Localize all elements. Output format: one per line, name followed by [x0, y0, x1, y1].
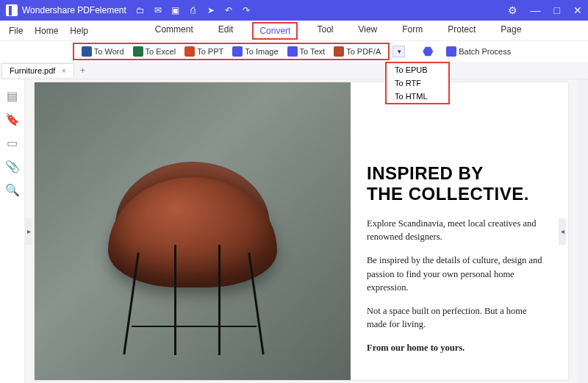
to-epub-label: To EPUB [395, 65, 428, 74]
batch-icon [446, 46, 456, 57]
document-canvas[interactable]: ▸ INSPIRED BY THE COLLECTIVE. Explore Sc… [25, 79, 578, 383]
page-heading: INSPIRED BY THE COLLECTIVE. [367, 163, 548, 204]
more-convert-button[interactable]: ▾ [392, 46, 405, 57]
page-paragraph-3: Not a space built on perfection. But a h… [367, 304, 548, 331]
to-image-button[interactable]: To Image [228, 45, 282, 58]
convert-toolbar: To Word To Excel To PPT To Image To Text… [0, 41, 588, 62]
document-tab[interactable]: Furniture.pdf × [1, 63, 74, 77]
tab-edit[interactable]: Edit [212, 22, 240, 40]
page-image [35, 82, 351, 380]
to-rtf-label: To RTF [395, 79, 421, 87]
workspace: ▤ 🔖 ▭ 📎 🔍 ▸ INSPIRED BY THE COLLECTIVE. [0, 79, 588, 383]
close-tab-icon[interactable]: × [61, 66, 65, 75]
send-icon[interactable]: ➤ [206, 5, 216, 15]
to-html-item[interactable]: To HTML [387, 90, 448, 103]
chevron-down-icon: ▾ [398, 48, 401, 55]
app-title: Wondershare PDFelement [22, 5, 126, 15]
chair-illustration [79, 120, 306, 355]
to-ppt-button[interactable]: To PPT [180, 45, 228, 58]
tab-comment[interactable]: Comment [149, 22, 199, 40]
collapse-right-handle[interactable]: ◂ [559, 218, 566, 245]
close-button[interactable]: ✕ [573, 5, 582, 15]
to-image-label: To Image [245, 47, 278, 56]
add-tab-button[interactable]: + [80, 65, 86, 76]
vertical-scrollbar[interactable] [578, 79, 588, 383]
mail-icon[interactable]: ✉ [153, 5, 163, 15]
pdfa-icon [334, 46, 344, 57]
comment-panel-icon[interactable]: ▭ [7, 137, 18, 148]
to-text-button[interactable]: To Text [283, 45, 330, 58]
word-icon [82, 46, 92, 57]
to-epub-item[interactable]: To EPUB [387, 63, 448, 76]
undo-icon[interactable]: ↶ [223, 5, 234, 15]
tab-convert[interactable]: Convert [252, 22, 298, 40]
quick-access-toolbar: 🗀 ✉ ▣ ⎙ ➤ ↶ ↷ [135, 5, 251, 15]
page-paragraph-2: Be inspired by the details of culture, d… [367, 254, 548, 293]
window-controls: ⚙ — □ ✕ [508, 5, 582, 15]
excel-icon [133, 46, 143, 57]
maximize-button[interactable]: □ [554, 5, 560, 15]
titlebar: ▌ Wondershare PDFelement 🗀 ✉ ▣ ⎙ ➤ ↶ ↷ ⚙… [0, 0, 588, 21]
to-ppt-label: To PPT [197, 47, 223, 56]
attachment-icon[interactable]: 📎 [7, 160, 18, 172]
redo-icon[interactable]: ↷ [241, 5, 251, 15]
document-tabbar: Furniture.pdf × + [0, 62, 588, 79]
batch-label: Batch Process [459, 47, 511, 56]
app-logo-icon: ▌ [6, 4, 18, 16]
heading-line2: THE COLLECTIVE. [367, 184, 529, 204]
to-html-label: To HTML [395, 92, 428, 101]
hex-icon [423, 46, 433, 57]
to-text-label: To Text [300, 47, 326, 56]
convert-more-dropdown: To EPUB To RTF To HTML [385, 62, 450, 104]
thumbnails-icon[interactable]: ▤ [7, 90, 18, 101]
bookmark-icon[interactable]: 🔖 [7, 113, 18, 125]
page-paragraph-4: From our home to yours. [367, 341, 548, 354]
to-word-button[interactable]: To Word [77, 45, 129, 58]
ppt-icon [184, 46, 195, 57]
hex-tool-button[interactable] [418, 45, 437, 58]
menu-home[interactable]: Home [35, 26, 58, 36]
menu-help[interactable]: Help [70, 26, 88, 36]
convert-tool-group: To Word To Excel To PPT To Image To Text… [73, 43, 390, 60]
menu-file[interactable]: File [9, 26, 23, 36]
left-sidebar: ▤ 🔖 ▭ 📎 🔍 [0, 79, 25, 383]
to-excel-label: To Excel [146, 47, 176, 56]
to-pdfa-button[interactable]: To PDF/A [329, 45, 385, 58]
collapse-left-handle[interactable]: ▸ [25, 218, 32, 245]
to-pdfa-label: To PDF/A [346, 47, 381, 56]
tab-form[interactable]: Form [396, 22, 429, 40]
document-tab-label: Furniture.pdf [10, 66, 55, 75]
tab-page[interactable]: Page [495, 22, 527, 40]
search-icon[interactable]: 🔍 [7, 184, 18, 196]
batch-process-button[interactable]: Batch Process [442, 45, 515, 58]
save-icon[interactable]: ▣ [171, 5, 181, 15]
minimize-button[interactable]: — [531, 5, 541, 15]
folder-icon[interactable]: 🗀 [135, 5, 146, 15]
settings-icon[interactable]: ⚙ [508, 5, 517, 15]
tab-protect[interactable]: Protect [442, 22, 481, 40]
to-rtf-item[interactable]: To RTF [387, 76, 448, 90]
text-icon [287, 46, 298, 57]
menubar: File Home Help Comment Edit Convert Tool… [0, 21, 588, 41]
to-excel-button[interactable]: To Excel [129, 45, 181, 58]
image-icon [232, 46, 243, 57]
to-word-label: To Word [94, 47, 124, 56]
pdf-page: INSPIRED BY THE COLLECTIVE. Explore Scan… [35, 82, 568, 380]
page-paragraph-1: Explore Scandinavia, meet local creative… [367, 217, 548, 243]
print-icon[interactable]: ⎙ [188, 5, 198, 15]
tab-view[interactable]: View [352, 22, 383, 40]
page-text-column: INSPIRED BY THE COLLECTIVE. Explore Scan… [351, 82, 568, 380]
tab-tool[interactable]: Tool [311, 22, 339, 40]
heading-line1: INSPIRED BY [367, 163, 484, 183]
